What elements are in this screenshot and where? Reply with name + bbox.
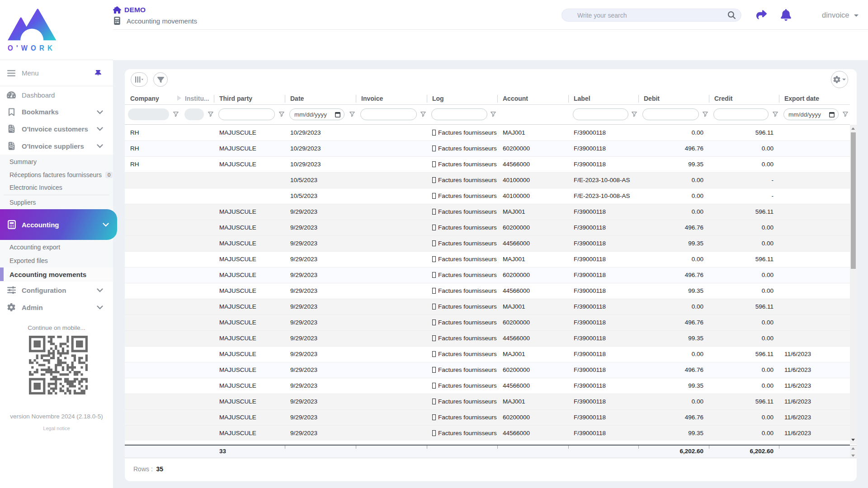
svg-text:O'WORK: O'WORK xyxy=(8,44,56,52)
